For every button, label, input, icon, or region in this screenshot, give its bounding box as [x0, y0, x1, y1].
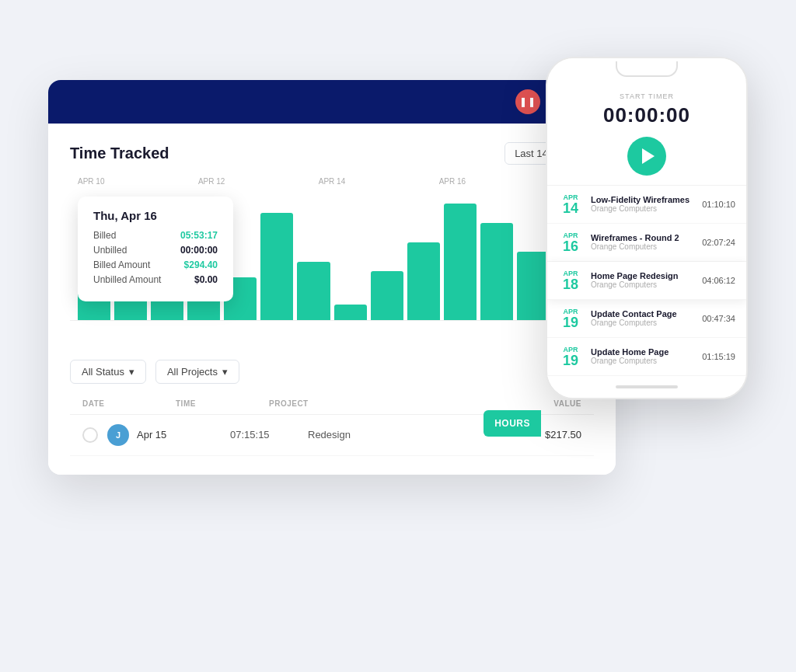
entry-month-4: APR — [558, 346, 583, 353]
entry-time-0: 01:10:10 — [702, 200, 735, 209]
entry-task-2: Home Page Redesign — [591, 271, 694, 280]
phone-entry-3[interactable]: APR 19 Update Contact Page Orange Comput… — [547, 300, 746, 338]
entry-month-2: APR — [558, 270, 583, 277]
chart-title: Time Tracked — [70, 144, 169, 162]
tooltip-billed-value: 05:53:17 — [180, 230, 218, 241]
tooltip-unbilled-amount-value: $0.00 — [194, 274, 218, 285]
entry-client-3: Orange Computers — [591, 319, 694, 327]
entry-date-block-4: APR 19 — [558, 346, 583, 367]
bar-12 — [517, 252, 550, 320]
phone-bottom-bar — [547, 376, 746, 398]
tooltip-unbilled-label: Unbilled — [93, 245, 127, 256]
entry-details-0: Low-Fidelity Wireframes Orange Computers — [591, 195, 694, 213]
entry-time-4: 01:15:19 — [702, 352, 735, 361]
entry-task-0: Low-Fidelity Wireframes — [591, 195, 694, 204]
entry-date-block-2: APR 18 — [558, 270, 583, 291]
entry-month-1: APR — [558, 232, 583, 239]
tooltip-unbilled-amount-label: Unbilled Amount — [93, 274, 161, 285]
row-date: Apr 15 — [137, 429, 230, 440]
phone-play-button[interactable] — [627, 137, 666, 176]
phone-entry-0[interactable]: APR 14 Low-Fidelity Wireframes Orange Co… — [547, 186, 746, 224]
col-header-project: PROJECT — [269, 399, 504, 408]
col-header-time: TIME — [176, 399, 269, 408]
col-header-date: DATE — [82, 399, 176, 408]
entry-time-2: 04:06:12 — [702, 276, 735, 285]
bar-6 — [297, 262, 330, 320]
phone-entry-4[interactable]: APR 19 Update Home Page Orange Computers… — [547, 338, 746, 376]
row-project: Redesign — [308, 429, 504, 440]
entry-time-1: 02:07:24 — [702, 238, 735, 247]
chart-x-labels: APR 10 APR 12 APR 14 APR 16 APR 18 — [70, 177, 594, 186]
entry-details-4: Update Home Page Orange Computers — [591, 347, 694, 365]
phone-content: START TIMER 00:00:00 APR 14 Low-Fidelity… — [547, 80, 746, 376]
row-time: 07:15:15 — [230, 429, 308, 440]
chart-label-3: APR 16 — [439, 177, 466, 186]
entry-date-block-0: APR 14 — [558, 193, 583, 215]
chevron-down-icon: ▾ — [222, 366, 228, 378]
status-filter[interactable]: All Status ▾ — [70, 360, 146, 384]
tooltip-billed-amount-row: Billed Amount $294.40 — [93, 259, 218, 270]
hours-button[interactable]: HOURS — [484, 410, 541, 437]
phone-entry-1[interactable]: APR 16 Wireframes - Round 2 Orange Compu… — [547, 224, 746, 262]
filters-row: All Status ▾ All Projects ▾ — [70, 360, 594, 384]
entry-month-0: APR — [558, 193, 583, 201]
phone-notch — [616, 61, 678, 77]
chart-label-2: APR 14 — [319, 177, 345, 186]
entry-details-2: Home Page Redesign Orange Computers — [591, 271, 694, 289]
tooltip-billed-label: Billed — [93, 230, 116, 241]
phone-mockup: START TIMER 00:00:00 APR 14 Low-Fidelity… — [546, 57, 748, 399]
bar-11 — [480, 223, 513, 320]
chart-tooltip: Thu, Apr 16 Billed 05:53:17 Unbilled 00:… — [78, 197, 233, 301]
entry-time-3: 00:47:34 — [702, 314, 735, 323]
entry-client-0: Orange Computers — [591, 204, 694, 213]
entry-day-0: 14 — [558, 201, 583, 215]
entry-client-1: Orange Computers — [591, 242, 694, 251]
avatar: J — [107, 424, 129, 446]
bar-9 — [407, 242, 440, 320]
bar-10 — [444, 204, 477, 320]
entry-month-3: APR — [558, 308, 583, 315]
chart-area: Thu, Apr 16 Billed 05:53:17 Unbilled 00:… — [70, 189, 594, 344]
chart-header: Time Tracked Last 14 Days ▾ — [70, 142, 594, 165]
tooltip-billed-amount-label: Billed Amount — [93, 259, 150, 270]
entry-task-1: Wireframes - Round 2 — [591, 233, 694, 242]
phone-start-label: START TIMER — [547, 92, 746, 100]
entry-details-3: Update Contact Page Orange Computers — [591, 309, 694, 327]
tooltip-billed-amount-value: $294.40 — [184, 259, 218, 270]
tooltip-date: Thu, Apr 16 — [93, 209, 218, 222]
entry-date-block-1: APR 16 — [558, 232, 583, 253]
bar-7 — [334, 305, 367, 320]
chart-label-1: APR 12 — [198, 177, 225, 186]
home-indicator — [616, 385, 678, 388]
project-filter-label: All Projects — [167, 366, 218, 378]
entry-details-1: Wireframes - Round 2 Orange Computers — [591, 233, 694, 251]
top-bar: ❚❚ 00:01:44 ▾ Redesign — [48, 80, 616, 124]
scene: ❚❚ 00:01:44 ▾ Redesign Time Tracked Last… — [48, 33, 748, 639]
chevron-down-icon: ▾ — [129, 366, 134, 378]
pause-icon: ❚❚ — [519, 96, 536, 107]
entry-day-3: 19 — [558, 315, 583, 329]
entry-day-1: 16 — [558, 239, 583, 253]
phone-notch-area — [547, 58, 746, 80]
chart-label-0: APR 10 — [78, 177, 104, 186]
phone-timer-display: 00:00:00 — [547, 103, 746, 127]
status-filter-label: All Status — [82, 366, 124, 378]
tooltip-unbilled-value: 00:00:00 — [180, 245, 218, 256]
entry-day-2: 18 — [558, 277, 583, 291]
bar-5 — [260, 213, 293, 320]
bar-8 — [371, 271, 403, 320]
project-filter[interactable]: All Projects ▾ — [155, 360, 239, 384]
phone-timer-section: START TIMER 00:00:00 — [547, 80, 746, 186]
tooltip-unbilled-amount-row: Unbilled Amount $0.00 — [93, 274, 218, 285]
tooltip-billed-row: Billed 05:53:17 — [93, 230, 218, 241]
play-icon — [642, 148, 655, 164]
phone-entries: APR 14 Low-Fidelity Wireframes Orange Co… — [547, 186, 746, 376]
entry-client-2: Orange Computers — [591, 280, 694, 289]
phone-entry-2[interactable]: APR 18 Home Page Redesign Orange Compute… — [547, 262, 746, 300]
entry-date-block-3: APR 19 — [558, 308, 583, 329]
entry-client-4: Orange Computers — [591, 357, 694, 365]
row-checkbox[interactable] — [82, 427, 98, 443]
pause-button[interactable]: ❚❚ — [515, 89, 540, 114]
col-header-value: VALUE — [504, 399, 581, 408]
entry-task-3: Update Contact Page — [591, 309, 694, 319]
